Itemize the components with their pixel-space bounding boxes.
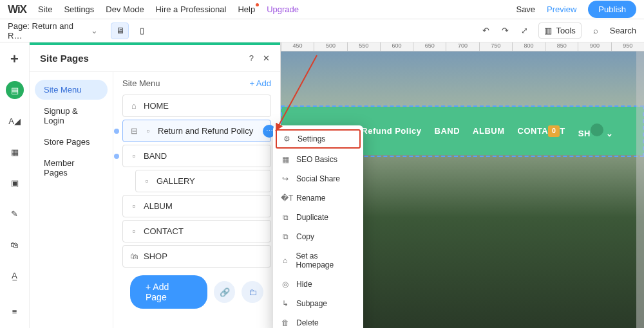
context-rename[interactable]: �TRename (273, 188, 363, 208)
tools-label: Tools (556, 26, 575, 35)
sidebar-item-member-pages[interactable]: Member Pages (35, 153, 108, 183)
context-homepage[interactable]: ⌂Set as Homepage (273, 246, 363, 275)
drag-dot-icon (114, 129, 119, 134)
sidebar-item-site-menu[interactable]: Site Menu (35, 80, 108, 100)
page-icon: ▫ (129, 226, 138, 236)
media-button[interactable]: ▣ (6, 174, 24, 192)
page-icon: ▫ (129, 201, 138, 211)
undo-button[interactable]: ↶ (480, 26, 491, 36)
menu-settings[interactable]: Settings (64, 5, 94, 14)
menu-hire[interactable]: Hire a Professional (156, 5, 227, 14)
context-seo[interactable]: ▦SEO Basics (273, 150, 363, 169)
panel-main: Site Menu + Add ⌂HOME ⊟▫Return and Refun… (113, 72, 280, 328)
menu-site[interactable]: Site (38, 5, 52, 14)
add-page-link[interactable]: + Add (249, 78, 271, 88)
search-label[interactable]: Search (610, 26, 636, 35)
redo-button[interactable]: ↷ (500, 26, 510, 36)
layers-button[interactable]: ≡ (6, 302, 24, 320)
sidebar-item-signup-login[interactable]: Signup & Login (35, 101, 108, 131)
gear-icon: ⚙ (282, 134, 291, 143)
seo-icon: ▦ (281, 155, 290, 164)
apps-button[interactable]: ▦ (6, 143, 24, 161)
context-hide[interactable]: ◎Hide (273, 275, 363, 294)
cart-badge[interactable]: 0 (548, 125, 560, 137)
preview-button[interactable]: Preview (547, 5, 576, 14)
home-icon: ⌂ (129, 101, 138, 111)
ruler: 450500550600650700750800850900950 (281, 42, 644, 51)
site-pages-panel: Site Pages ? ✕ Site Menu Signup & Login … (30, 42, 281, 328)
share-icon: ↪ (281, 174, 290, 183)
collapse-icon[interactable]: ⊟ (129, 126, 138, 136)
close-icon[interactable]: ✕ (263, 53, 270, 63)
add-element-button[interactable]: + (6, 50, 24, 68)
subpage-icon: ↳ (281, 299, 290, 308)
resize-handle[interactable] (636, 51, 644, 328)
context-subpage[interactable]: ↳Subpage (273, 294, 363, 313)
page-context-menu: ⚙Settings ▦SEO Basics ↪Social Share �TRe… (273, 125, 363, 328)
chevron-down-icon: ⌄ (91, 26, 98, 35)
tools-icon: ▥ (544, 26, 552, 35)
page-item-band[interactable]: ▫BAND (122, 145, 271, 167)
pages-button[interactable]: ▤ (6, 81, 24, 99)
blog-button[interactable]: ✎ (6, 205, 24, 223)
page-item-album[interactable]: ▫ALBUM (122, 195, 271, 217)
panel-title: Site Pages (40, 53, 89, 64)
panel-main-title: Site Menu (122, 78, 160, 88)
page-selector[interactable]: Page: Return and R… ⌄ (8, 21, 98, 41)
rename-icon: �T (281, 194, 290, 203)
page-item-shop[interactable]: 🛍SHOP (122, 245, 271, 268)
page-item-home[interactable]: ⌂HOME (122, 95, 271, 117)
desktop-view-button[interactable]: 🖥 (111, 23, 129, 39)
context-duplicate[interactable]: ⧉Duplicate (273, 208, 363, 227)
bookings-button[interactable]: A̲ (6, 266, 24, 284)
shop-icon: 🛍 (129, 251, 138, 261)
link-page-button[interactable]: 🔗 (214, 281, 236, 303)
menu-upgrade[interactable]: Upgrade (267, 5, 299, 14)
hide-icon: ◎ (281, 280, 290, 289)
sidebar-item-store-pages[interactable]: Store Pages (35, 132, 108, 152)
menu-help[interactable]: Help (238, 5, 255, 14)
search-icon[interactable]: ⌕ (591, 26, 601, 36)
toolbar: Page: Return and R… ⌄ 🖥 ▯ ↶ ↷ ⤢ ▥Tools ⌕… (0, 19, 644, 42)
help-icon[interactable]: ? (249, 53, 254, 63)
nav-band[interactable]: BAND (435, 126, 460, 136)
context-copy[interactable]: ⧉Copy (273, 227, 363, 246)
publish-button[interactable]: Publish (588, 1, 636, 18)
page-icon: ▫ (129, 151, 138, 161)
panel-sidebar: Site Menu Signup & Login Store Pages Mem… (30, 72, 113, 328)
trash-icon: 🗑 (281, 318, 290, 327)
duplicate-icon: ⧉ (281, 213, 290, 222)
nav-contact[interactable]: CONTA0T (518, 125, 565, 137)
drag-dot-icon (114, 154, 119, 159)
page-selector-label: Page: Return and R… (8, 21, 86, 41)
design-button[interactable]: A◢ (6, 112, 24, 130)
nav-shop[interactable]: SH ⌄ (578, 123, 614, 138)
notification-dot-icon (256, 3, 259, 6)
context-social[interactable]: ↪Social Share (273, 169, 363, 188)
wix-logo: WiX (8, 3, 26, 16)
home-icon: ⌂ (281, 256, 289, 265)
page-item-gallery[interactable]: ▫GALLERY (135, 170, 271, 192)
context-settings[interactable]: ⚙Settings (276, 129, 361, 149)
left-rail: + ▤ A◢ ▦ ▣ ✎ 🛍 A̲ ≡ (0, 42, 30, 328)
page-item-return-refund[interactable]: ⊟▫Return and Refund Policy⋯ (122, 120, 271, 142)
add-page-button[interactable]: + Add Page (130, 275, 207, 309)
context-delete[interactable]: 🗑Delete (273, 313, 363, 328)
zoom-button[interactable]: ⤢ (519, 26, 529, 36)
page-list: ⌂HOME ⊟▫Return and Refund Policy⋯ ▫BAND … (122, 95, 271, 268)
page-item-contact[interactable]: ▫CONTACT (122, 220, 271, 242)
save-button[interactable]: Save (516, 5, 535, 14)
top-menu-bar: WiX Site Settings Dev Mode Hire a Profes… (0, 0, 644, 19)
store-button[interactable]: 🛍 (6, 235, 24, 253)
mobile-view-button[interactable]: ▯ (133, 23, 151, 39)
tools-button[interactable]: ▥Tools (538, 23, 581, 39)
avatar-icon[interactable] (591, 123, 603, 136)
page-icon: ▫ (144, 126, 153, 136)
nav-album[interactable]: ALBUM (473, 126, 504, 136)
folder-page-button[interactable]: 🗀 (242, 281, 263, 303)
page-icon: ▫ (142, 176, 151, 186)
copy-icon: ⧉ (281, 232, 290, 241)
menu-devmode[interactable]: Dev Mode (106, 5, 144, 14)
